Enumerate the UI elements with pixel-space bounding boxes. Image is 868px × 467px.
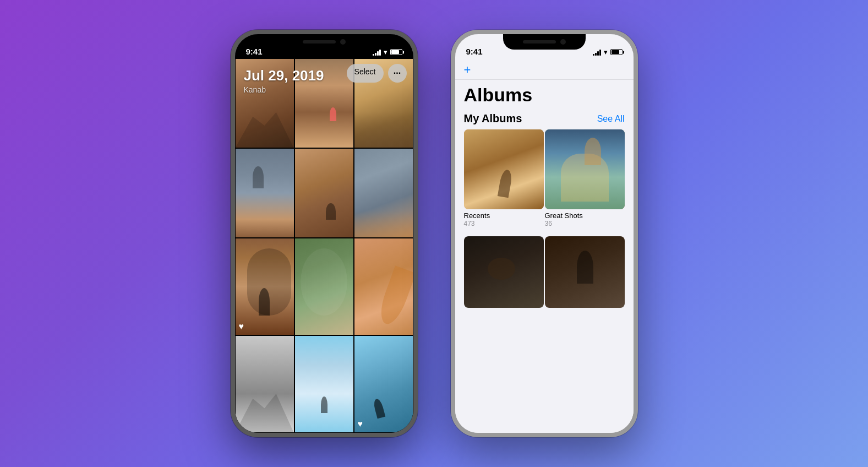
status-icons-left: ▾ [373, 48, 402, 56]
photo-actions: Select ··· [347, 64, 407, 83]
my-albums-title: My Albums [464, 112, 522, 125]
notch-left [283, 34, 365, 50]
album-thumb-recents [464, 129, 544, 209]
photo-5 [295, 149, 353, 237]
section-header: My Albums See All [455, 110, 634, 129]
album-name-recents: Recents [464, 211, 544, 220]
photo-8 [295, 238, 353, 335]
album-thumb-dark1 [464, 236, 544, 308]
photo-7 [236, 238, 294, 335]
photo-cell-9[interactable] [354, 238, 413, 335]
grid-row-3: ♥ [235, 238, 413, 335]
battery-icon-left [390, 49, 402, 55]
phone-right: 9:41 ▾ + Albums [451, 30, 638, 437]
photo-cell-4[interactable] [235, 148, 294, 238]
signal-icon-left [373, 49, 381, 56]
wifi-icon-right: ▾ [604, 48, 608, 56]
status-icons-right: ▾ [593, 48, 623, 56]
photo-cell-10[interactable] [235, 335, 294, 433]
photo-cell-6[interactable] [354, 148, 413, 238]
album-thumb-dark2 [545, 236, 625, 308]
photo-cell-8[interactable] [294, 238, 354, 335]
signal-icon-right [593, 49, 601, 56]
albums-grid-row2 [455, 232, 634, 308]
photo-6 [354, 149, 413, 237]
albums-title: Albums [455, 80, 634, 110]
photo-grid: ♥ [235, 58, 413, 433]
photo-cell-11[interactable] [294, 335, 354, 433]
album-item-greatshots[interactable]: Great Shots 36 [545, 129, 625, 227]
photo-9 [354, 238, 413, 335]
photo-4 [236, 149, 294, 237]
camera-right [560, 39, 566, 45]
heart-badge-7: ♥ [239, 322, 244, 332]
notch-right [503, 34, 586, 50]
screen-dark: 9:41 ▾ [235, 34, 413, 433]
photo-12 [354, 336, 413, 432]
select-button[interactable]: Select [347, 64, 384, 83]
album-count-recents: 473 [464, 220, 544, 227]
albums-grid-row1: Recents 473 Great Shots 36 [455, 129, 634, 227]
phone-left: 9:41 ▾ [231, 30, 418, 437]
albums-header-bar: + [455, 58, 634, 80]
speaker-right [523, 40, 556, 44]
album-item-dark2[interactable] [545, 236, 625, 308]
album-item-recents[interactable]: Recents 473 [464, 129, 544, 227]
see-all-button[interactable]: See All [597, 114, 625, 124]
photo-10 [236, 336, 294, 432]
heart-badge-12: ♥ [358, 419, 363, 429]
photo-location: Kanab [244, 85, 405, 94]
time-left: 9:41 [246, 47, 263, 56]
albums-content: + Albums My Albums See All Recents [455, 58, 634, 433]
add-album-button[interactable]: + [464, 63, 625, 77]
wifi-icon-left: ▾ [384, 48, 387, 56]
grid-row-2 [235, 148, 413, 238]
screen-light: 9:41 ▾ + Albums [455, 34, 634, 433]
photo-cell-12[interactable]: ♥ [354, 335, 413, 433]
battery-icon-right [610, 49, 623, 55]
speaker-left [303, 40, 336, 44]
photo-cell-7[interactable]: ♥ [235, 238, 294, 335]
album-item-dark1[interactable] [464, 236, 544, 308]
camera-left [340, 39, 346, 45]
more-button[interactable]: ··· [388, 64, 407, 83]
grid-row-4: ♥ [235, 335, 413, 433]
photo-cell-5[interactable] [294, 148, 354, 238]
album-count-greatshots: 36 [545, 220, 625, 227]
album-name-greatshots: Great Shots [545, 211, 625, 220]
photo-11 [295, 336, 353, 432]
time-right: 9:41 [466, 47, 483, 56]
album-thumb-greatshots [545, 129, 625, 209]
